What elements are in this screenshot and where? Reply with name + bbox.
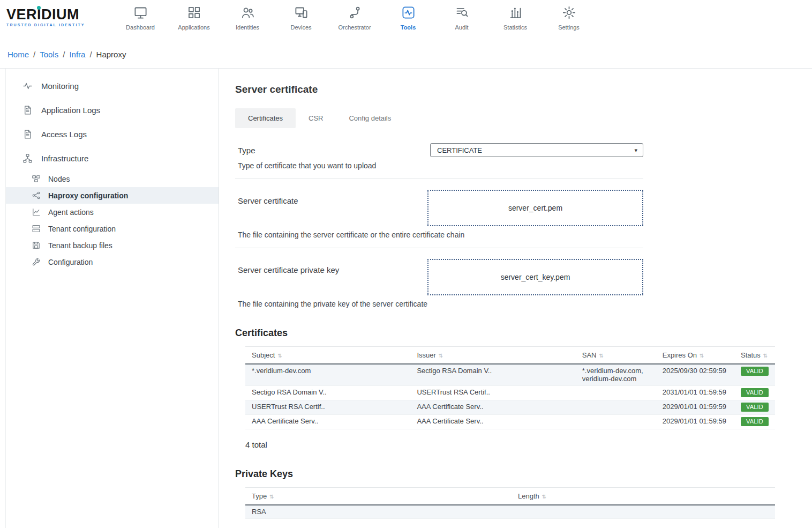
brand-dot-icon: [37, 6, 41, 10]
nav-item-devices[interactable]: Devices: [274, 4, 328, 31]
top-nav: VERIDIUM TRUSTED DIGITAL IDENTITY Dashbo…: [0, 0, 812, 41]
column-header-status[interactable]: Status⇅: [734, 347, 775, 365]
type-label: Type: [235, 146, 255, 155]
table-row[interactable]: *.veridium-dev.com Sectigo RSA Domain V.…: [245, 364, 775, 386]
chart-line-icon: [32, 207, 41, 217]
table-row[interactable]: Sectigo RSA Domain V.. USERTrust RSA Cer…: [245, 386, 775, 400]
sidebar-item-application-logs[interactable]: Application Logs: [6, 98, 219, 122]
tab-csr[interactable]: CSR: [296, 108, 336, 128]
sidebar-item-monitoring[interactable]: Monitoring: [6, 74, 219, 98]
table-row[interactable]: USERTrust RSA Certif.. AAA Certificate S…: [245, 400, 775, 415]
nav-item-orchestrator[interactable]: Orchestrator: [328, 4, 381, 31]
nav-label: Dashboard: [126, 24, 155, 31]
breadcrumb-infra[interactable]: Infra: [69, 50, 85, 59]
column-label: Length: [518, 492, 539, 500]
cell-subject: USERTrust RSA Certif..: [245, 400, 410, 415]
sidebar-item-access-logs[interactable]: Access Logs: [6, 122, 219, 146]
document-icon: [22, 105, 33, 115]
devices-icon: [294, 5, 309, 20]
private-key-filename: server_cert_key.pem: [501, 273, 570, 281]
certificate-type-select[interactable]: CERTIFICATE ▾: [430, 143, 643, 157]
document-icon: [22, 129, 33, 139]
cell-san: [576, 415, 656, 429]
breadcrumb-tools[interactable]: Tools: [40, 50, 58, 59]
nav-label: Tools: [401, 24, 416, 31]
chevron-down-icon: ▾: [634, 147, 637, 154]
sort-icon: ⇅: [269, 494, 274, 500]
divider: [235, 248, 643, 248]
breadcrumb-home[interactable]: Home: [7, 50, 29, 59]
nav-item-audit[interactable]: Audit: [435, 4, 488, 31]
column-label: Subject: [252, 351, 275, 359]
server-certificate-filename: server_cert.pem: [508, 204, 562, 212]
nav-item-statistics[interactable]: Statistics: [488, 4, 542, 31]
monitoring-icon: [22, 81, 33, 91]
server-certificate-label: Server certificate: [235, 196, 298, 205]
nav-item-settings[interactable]: Settings: [542, 4, 596, 31]
certificates-table: Subject⇅ Issuer⇅ SAN⇅ Expires On⇅ Status…: [245, 346, 775, 429]
orchestrator-icon: [348, 5, 362, 20]
nav-item-dashboard[interactable]: Dashboard: [114, 4, 167, 31]
certificates-total-count: 4 total: [245, 440, 812, 449]
cell-expires-on: 2029/01/01 01:59:59: [656, 415, 734, 429]
nav-item-tools[interactable]: Tools: [381, 4, 435, 31]
nav-item-applications[interactable]: Applications: [167, 4, 221, 31]
sidebar-item-configuration[interactable]: Configuration: [6, 254, 219, 270]
private-key-upload-dropzone[interactable]: server_cert_key.pem: [427, 259, 643, 295]
sidebar-item-tenant-backup-files[interactable]: Tenant backup files: [6, 237, 219, 254]
sort-icon: ⇅: [599, 353, 604, 359]
column-header-issuer[interactable]: Issuer⇅: [410, 347, 575, 365]
sort-icon: ⇅: [542, 494, 546, 500]
nav-item-identities[interactable]: Identities: [221, 4, 274, 31]
sidebar-item-agent-actions[interactable]: Agent actions: [6, 204, 219, 220]
nav-label: Applications: [178, 24, 209, 31]
server-certificate-upload-dropzone[interactable]: server_cert.pem: [427, 190, 643, 226]
status-badge: VALID: [741, 388, 769, 397]
tab-certificates[interactable]: Certificates: [235, 108, 296, 128]
statistics-icon: [508, 5, 523, 20]
sidebar-item-label: Agent actions: [48, 208, 94, 217]
sidebar-item-label: Configuration: [48, 258, 93, 266]
cell-length: [512, 505, 775, 519]
private-key-label: Server certificate private key: [235, 265, 339, 274]
sidebar-item-label: Application Logs: [41, 106, 100, 115]
brand-logo[interactable]: VERIDIUM TRUSTED DIGITAL IDENTITY: [6, 4, 97, 27]
nav-label: Devices: [290, 24, 311, 31]
gear-icon: [562, 5, 576, 20]
breadcrumb: Home / Tools / Infra / Haproxy: [0, 41, 812, 68]
column-label: Expires On: [663, 351, 697, 359]
cell-expires-on: 2031/01/01 01:59:59: [656, 386, 734, 400]
identities-icon: [240, 5, 255, 20]
primary-nav: Dashboard Applications Identities Device…: [114, 4, 596, 31]
cell-subject: Sectigo RSA Domain V..: [245, 386, 410, 400]
column-header-expires-on[interactable]: Expires On⇅: [656, 347, 734, 365]
sidebar-item-label: Access Logs: [41, 130, 87, 139]
tools-icon: [401, 5, 416, 20]
audit-icon: [455, 5, 469, 20]
brand-name: VERIDIUM: [6, 8, 97, 22]
table-row[interactable]: AAA Certificate Serv.. AAA Certificate S…: [245, 415, 775, 429]
sidebar-item-label: Nodes: [48, 175, 70, 183]
sort-icon: ⇅: [700, 353, 704, 359]
cell-type: RSA: [245, 505, 512, 519]
tab-config-details[interactable]: Config details: [336, 108, 404, 128]
column-header-subject[interactable]: Subject⇅: [245, 347, 410, 365]
table-row[interactable]: RSA: [245, 505, 775, 519]
sidebar-item-infrastructure[interactable]: Infrastructure: [6, 146, 219, 170]
column-header-type[interactable]: Type⇅: [245, 488, 512, 505]
column-header-san[interactable]: SAN⇅: [576, 347, 656, 365]
sidebar-item-haproxy-configuration[interactable]: Haproxy configuration: [6, 187, 219, 204]
cell-subject: *.veridium-dev.com: [245, 364, 410, 386]
column-label: Type: [252, 492, 267, 500]
nav-label: Identities: [236, 24, 259, 31]
save-icon: [32, 241, 41, 250]
sidebar-item-tenant-configuration[interactable]: Tenant configuration: [6, 220, 219, 237]
column-header-length[interactable]: Length⇅: [512, 488, 775, 505]
cell-status: VALID: [734, 415, 775, 429]
sidebar-item-nodes[interactable]: Nodes: [6, 170, 219, 187]
table-header-row: Subject⇅ Issuer⇅ SAN⇅ Expires On⇅ Status…: [245, 347, 775, 365]
private-keys-heading: Private Keys: [235, 468, 812, 480]
brand-tagline: TRUSTED DIGITAL IDENTITY: [6, 23, 97, 27]
status-badge: VALID: [741, 367, 769, 376]
private-key-help-text: The file containing the private key of t…: [238, 300, 643, 308]
